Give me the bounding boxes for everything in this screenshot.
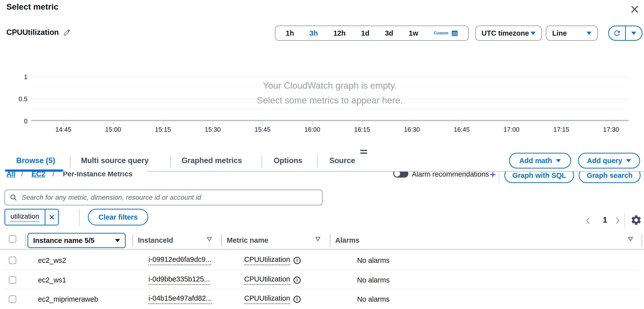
column-header-instanceid[interactable]: InstanceId bbox=[138, 236, 173, 244]
edit-icon[interactable] bbox=[63, 29, 71, 36]
select-metric-modal: Select metric CPUUtilization 1h 3h 12h 1… bbox=[0, 0, 644, 309]
x-axis-tick-label: 15:45 bbox=[248, 126, 277, 133]
row-checkbox[interactable] bbox=[9, 295, 16, 303]
x-axis-tickmark bbox=[511, 122, 512, 125]
divider bbox=[132, 234, 133, 247]
breadcrumb-ec2[interactable]: EC2 bbox=[32, 172, 45, 178]
time-range-group: 1h 3h 12h 1d 3d 1w Custom bbox=[275, 26, 469, 41]
range-3d[interactable]: 3d bbox=[385, 29, 393, 37]
prev-page-button[interactable] bbox=[583, 216, 593, 225]
x-axis-tick-label: 14:45 bbox=[48, 126, 78, 133]
refresh-split-button bbox=[608, 26, 642, 41]
timezone-dropdown[interactable]: UTC timezone bbox=[475, 26, 542, 41]
refresh-icon bbox=[613, 29, 621, 37]
instance-id-link[interactable]: i-04b15e497afd82... bbox=[148, 294, 212, 304]
alarm-recommendations-toggle[interactable] bbox=[393, 172, 408, 178]
x-axis-tickmark bbox=[412, 122, 412, 125]
filter-chip-utilization: utilization bbox=[4, 209, 59, 225]
row-checkbox[interactable] bbox=[9, 276, 16, 284]
instance-id-link[interactable]: i-0d9bbe335b125... bbox=[148, 275, 210, 285]
tab-graphed-metrics[interactable]: Graphed metrics bbox=[182, 156, 242, 165]
chart-empty-title: Your CloudWatch graph is empty. bbox=[32, 81, 628, 91]
x-axis-tick-label: 17:30 bbox=[596, 126, 626, 133]
chevron-right-icon bbox=[614, 216, 621, 225]
tab-source[interactable]: Source bbox=[329, 156, 355, 165]
table-settings-button[interactable] bbox=[630, 214, 642, 226]
add-query-button[interactable]: Add query bbox=[578, 153, 640, 168]
range-1h[interactable]: 1h bbox=[286, 29, 294, 37]
custom-label: Custom bbox=[434, 31, 448, 35]
filter-icon[interactable] bbox=[627, 236, 634, 243]
tab-browse[interactable]: Browse (5) bbox=[16, 156, 55, 165]
column-header-instance-name-dropdown[interactable]: Instance name 5/5 bbox=[28, 233, 126, 248]
filter-icon[interactable] bbox=[315, 236, 321, 243]
chevron-down-icon bbox=[530, 32, 536, 35]
divider bbox=[317, 155, 318, 168]
x-axis-tick-label: 16:15 bbox=[347, 126, 377, 133]
metric-name-cell[interactable]: CPUUtilizationi bbox=[244, 255, 301, 265]
select-all-checkbox[interactable] bbox=[9, 235, 16, 243]
clear-filters-button[interactable]: Clear filters bbox=[88, 209, 148, 225]
source-panel-icon bbox=[360, 150, 367, 155]
filter-icon[interactable] bbox=[206, 236, 212, 243]
column-header-alarms[interactable]: Alarms bbox=[335, 236, 359, 244]
browse-toolbar-row: All / EC2 / Per-Instance Metrics Alarm r… bbox=[0, 172, 644, 186]
x-axis-tick-label: 17:00 bbox=[497, 126, 526, 133]
graph-search-button[interactable]: Graph search bbox=[579, 172, 640, 183]
range-3h-selected[interactable]: 3h bbox=[310, 29, 318, 37]
metric-name-cell[interactable]: CPUUtilizationi bbox=[244, 275, 301, 285]
graph-with-sql-button[interactable]: Graph with SQL bbox=[504, 172, 574, 183]
add-math-button[interactable]: Add math bbox=[509, 153, 571, 168]
divider bbox=[79, 209, 80, 225]
row-checkbox[interactable] bbox=[9, 257, 16, 264]
refresh-options-button[interactable] bbox=[626, 26, 642, 40]
next-page-button[interactable] bbox=[612, 216, 622, 225]
table-header-border bbox=[0, 249, 644, 249]
tab-multi-source-query[interactable]: Multi source query bbox=[81, 156, 149, 165]
page-title: Select metric bbox=[6, 2, 58, 12]
tab-options[interactable]: Options bbox=[274, 156, 302, 165]
current-page[interactable]: 1 bbox=[599, 216, 611, 224]
toggle-knob bbox=[394, 172, 400, 177]
add-math-label: Add math bbox=[519, 157, 552, 165]
divider bbox=[70, 155, 70, 168]
alarm-recommendations-label: Alarm recommendations bbox=[412, 172, 489, 178]
range-12h[interactable]: 12h bbox=[333, 29, 346, 37]
breadcrumb-separator: / bbox=[21, 172, 23, 178]
x-axis-tick-label: 16:30 bbox=[397, 126, 426, 133]
breadcrumb-all[interactable]: All bbox=[6, 172, 16, 178]
remove-filter-button[interactable] bbox=[46, 209, 58, 225]
divider bbox=[222, 234, 222, 247]
refresh-button[interactable] bbox=[609, 26, 625, 40]
info-icon[interactable]: i bbox=[294, 296, 301, 303]
breadcrumb-separator: / bbox=[52, 172, 54, 178]
close-button[interactable] bbox=[629, 4, 640, 15]
info-icon[interactable]: i bbox=[294, 276, 301, 284]
clear-filters-label: Clear filters bbox=[98, 213, 138, 221]
chart-type-dropdown[interactable]: Line bbox=[546, 26, 598, 41]
x-axis-tickmark bbox=[163, 122, 163, 125]
info-icon[interactable]: i bbox=[294, 257, 301, 264]
table-row[interactable]: ec2_ws1 i-0d9bbe335b125... CPUUtilizatio… bbox=[0, 270, 644, 289]
breadcrumb-current: Per-Instance Metrics bbox=[63, 172, 132, 178]
range-1d[interactable]: 1d bbox=[361, 29, 369, 37]
range-1w[interactable]: 1w bbox=[409, 29, 418, 37]
gridline-minor bbox=[32, 110, 628, 110]
table-row[interactable]: ec2_miprimeraweb i-04b15e497afd82... CPU… bbox=[0, 289, 644, 309]
divider bbox=[330, 234, 330, 247]
table-row[interactable]: ec2_ws2 i-09912ed6fa9dc9... CPUUtilizati… bbox=[0, 251, 644, 270]
chevron-down-icon bbox=[631, 32, 636, 35]
gear-icon bbox=[630, 214, 642, 226]
search-input[interactable] bbox=[21, 193, 317, 202]
metric-name-cell[interactable]: CPUUtilizationi bbox=[244, 294, 301, 304]
instance-id-link[interactable]: i-09912ed6fa9dc9... bbox=[148, 255, 211, 265]
close-icon bbox=[630, 5, 639, 14]
metric-title: CPUUtilization bbox=[6, 28, 71, 37]
divider bbox=[499, 172, 499, 182]
metric-title-text: CPUUtilization bbox=[6, 28, 59, 37]
search-icon bbox=[10, 194, 17, 201]
divider bbox=[624, 213, 625, 228]
range-custom[interactable]: Custom bbox=[434, 30, 458, 37]
column-header-metric-name[interactable]: Metric name bbox=[227, 236, 268, 244]
x-axis-line bbox=[31, 120, 629, 121]
